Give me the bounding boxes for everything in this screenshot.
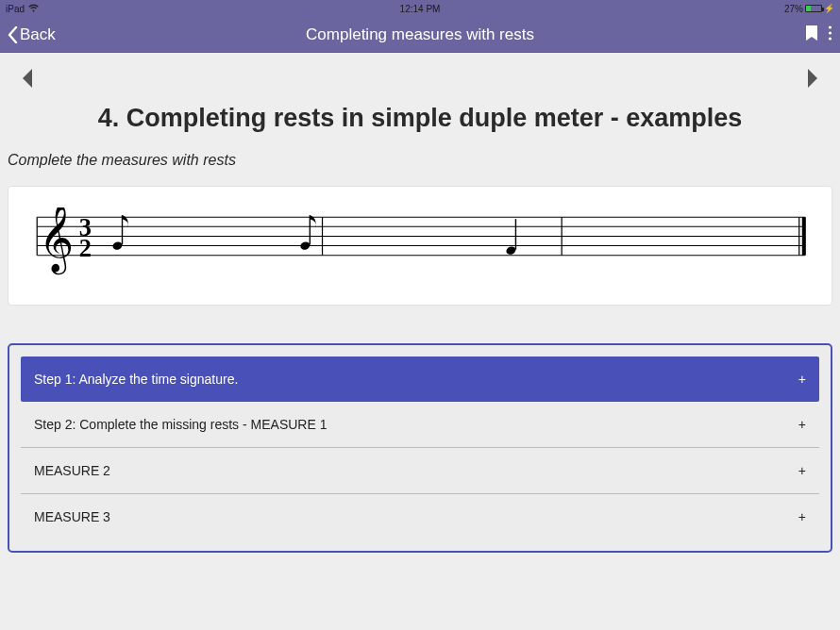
device-label: iPad: [6, 4, 25, 14]
svg-point-2: [829, 37, 832, 40]
more-icon[interactable]: [828, 25, 832, 45]
svg-point-17: [505, 245, 516, 256]
back-label: Back: [20, 25, 56, 44]
back-button[interactable]: Back: [8, 25, 56, 44]
expand-icon: +: [798, 372, 806, 387]
accordion-step-2[interactable]: Step 2: Complete the missing rests - MEA…: [21, 402, 819, 448]
note-m2-1: [505, 219, 516, 256]
accordion-panel: Step 1: Analyze the time signature. + St…: [8, 343, 832, 553]
time-sig-bottom: 2: [79, 235, 92, 262]
battery-pct: 27%: [784, 4, 803, 14]
nav-title: Completing measures with rests: [306, 25, 534, 44]
bookmark-icon[interactable]: [805, 25, 818, 45]
accordion-step-1[interactable]: Step 1: Analyze the time signature. +: [21, 356, 819, 402]
accordion-label: Step 2: Complete the missing rests - MEA…: [34, 417, 327, 432]
svg-point-1: [829, 31, 832, 34]
battery-icon: [805, 5, 822, 12]
chevron-left-icon: [8, 26, 18, 43]
accordion-label: Step 1: Analyze the time signature.: [34, 372, 238, 387]
wifi-icon: [28, 4, 39, 14]
page-heading: 4. Completing rests in simple duple mete…: [0, 96, 840, 146]
status-time: 12:14 PM: [400, 4, 441, 14]
next-page-button[interactable]: [806, 68, 819, 92]
music-staff: 𝄞 3 2: [27, 207, 813, 284]
expand-icon: +: [798, 463, 806, 478]
svg-rect-12: [802, 217, 806, 256]
triangle-right-icon: [806, 68, 819, 89]
accordion-label: MEASURE 2: [34, 463, 110, 478]
status-bar: iPad 12:14 PM 27% ⚡: [0, 0, 840, 17]
instruction-text: Complete the measures with rests: [0, 146, 840, 178]
triangle-left-icon: [21, 68, 34, 89]
pager-row: [0, 53, 840, 96]
charging-icon: ⚡: [824, 4, 834, 13]
svg-point-15: [299, 240, 311, 251]
svg-point-0: [829, 25, 832, 28]
svg-point-13: [111, 240, 123, 251]
nav-bar: Back Completing measures with rests: [0, 17, 840, 53]
status-right: 27% ⚡: [784, 4, 834, 14]
prev-page-button[interactable]: [21, 68, 34, 92]
status-left: iPad: [6, 4, 39, 14]
notation-card: 𝄞 3 2: [8, 186, 832, 306]
treble-clef-icon: 𝄞: [39, 207, 74, 275]
accordion-measure-3[interactable]: MEASURE 3 +: [21, 494, 819, 539]
accordion-measure-2[interactable]: MEASURE 2 +: [21, 448, 819, 494]
accordion-label: MEASURE 3: [34, 509, 110, 524]
expand-icon: +: [798, 509, 806, 524]
expand-icon: +: [798, 417, 806, 432]
